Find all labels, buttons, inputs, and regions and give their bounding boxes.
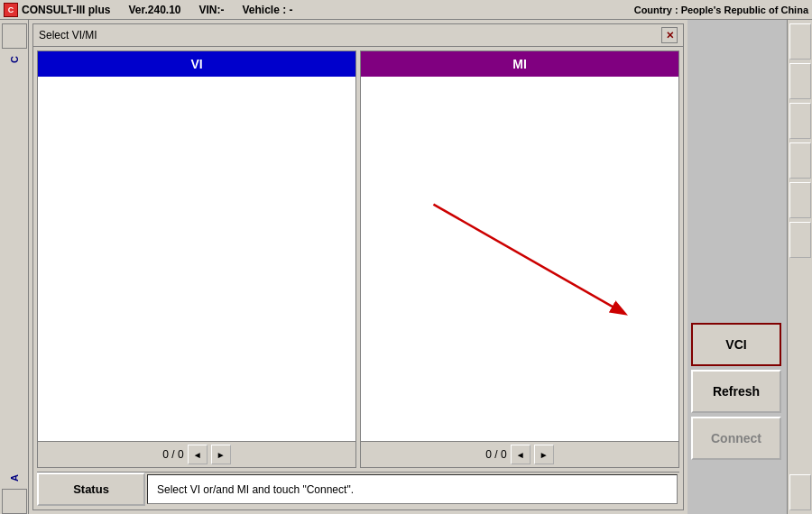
dialog-title: Select VI/MI: [39, 29, 97, 41]
right-button-panel: VCI Refresh Connect: [687, 20, 787, 514]
rsidebar-btn-5[interactable]: [789, 182, 811, 218]
main-container: C A Select VI/MI ✕ VI: [0, 20, 812, 514]
status-bar: Status Select VI or/and MI and touch "Co…: [37, 472, 679, 506]
vehicle-info: Vehicle : -: [243, 4, 293, 16]
mi-next-button[interactable]: ►: [534, 445, 554, 464]
vin-info: VIN:-: [199, 4, 225, 16]
country-info: Country : People's Republic of China: [634, 5, 808, 15]
content-wrapper: Select VI/MI ✕ VI 0 / 0 ◄ ►: [29, 20, 812, 514]
rsidebar-btn-3[interactable]: [789, 103, 811, 139]
mi-panel-body: [361, 77, 678, 441]
left-sidebar: C A: [0, 20, 29, 514]
status-button[interactable]: Status: [37, 473, 145, 506]
title-bar: C CONSULT-III plus Ver.240.10 VIN:- Vehi…: [0, 0, 812, 20]
svg-line-1: [433, 205, 623, 314]
version: Ver.240.10: [128, 4, 180, 16]
title-section: CONSULT-III plus Ver.240.10 VIN:- Vehicl…: [22, 4, 634, 16]
mi-prev-button[interactable]: ◄: [511, 445, 531, 464]
arrow-annotation: [361, 77, 678, 441]
vi-header: VI: [38, 51, 355, 77]
vi-panel: VI 0 / 0 ◄ ►: [37, 50, 356, 468]
right-sidebar: [787, 20, 812, 514]
sidebar-btn-1[interactable]: [2, 23, 27, 49]
mi-header: MI: [361, 51, 678, 77]
vi-panel-body: [38, 77, 355, 441]
dialog-title-bar: Select VI/MI ✕: [33, 24, 683, 47]
content-area: Select VI/MI ✕ VI 0 / 0 ◄ ►: [29, 20, 687, 514]
close-button[interactable]: ✕: [661, 27, 678, 43]
app-name: CONSULT-III plus: [22, 4, 110, 16]
vi-next-button[interactable]: ►: [211, 445, 231, 464]
mi-count: 0 / 0: [485, 448, 506, 461]
connect-button[interactable]: Connect: [691, 417, 781, 460]
refresh-button[interactable]: Refresh: [691, 370, 781, 413]
rsidebar-btn-6[interactable]: [789, 222, 811, 258]
status-message: Select VI or/and MI and touch "Connect".: [147, 474, 678, 504]
mi-panel: MI: [360, 50, 679, 468]
dialog-panel: Select VI/MI ✕ VI 0 / 0 ◄ ►: [32, 23, 684, 510]
app-icon: C: [4, 3, 18, 17]
rsidebar-btn-1[interactable]: [789, 23, 811, 60]
rsidebar-btn-2[interactable]: [789, 63, 811, 99]
vci-button[interactable]: VCI: [691, 323, 781, 366]
sidebar-btn-2[interactable]: [2, 489, 27, 514]
rsidebar-btn-bottom[interactable]: [789, 474, 811, 510]
sidebar-a-label: A: [9, 471, 20, 485]
vi-count: 0 / 0: [162, 448, 183, 461]
rsidebar-btn-4[interactable]: [789, 142, 811, 179]
mi-nav: 0 / 0 ◄ ►: [361, 441, 678, 467]
vi-prev-button[interactable]: ◄: [188, 445, 208, 464]
dialog-content: VI 0 / 0 ◄ ► MI: [33, 47, 683, 472]
sidebar-c-label: C: [9, 52, 20, 67]
vi-nav: 0 / 0 ◄ ►: [38, 441, 355, 467]
